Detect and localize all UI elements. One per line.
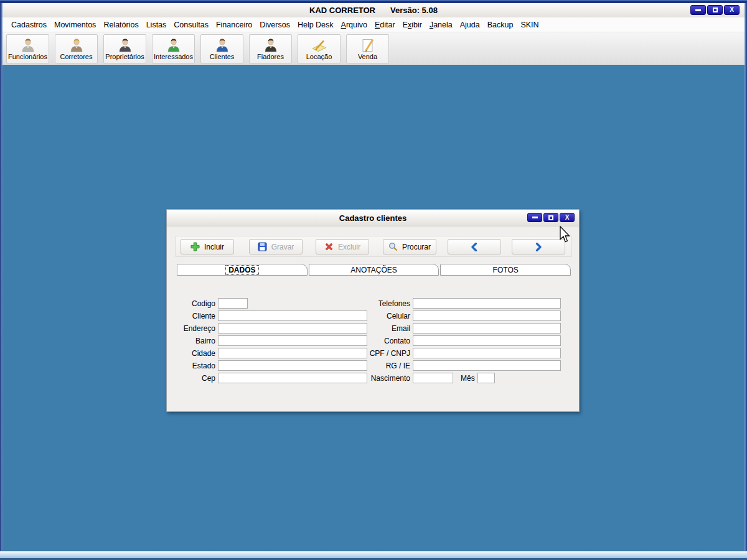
tab-dados[interactable]: DADOS (177, 264, 308, 276)
arrow-right-button[interactable] (512, 239, 565, 254)
menu-item-ajuda[interactable]: Ajuda (456, 19, 484, 31)
form-row-cep: Cep (173, 373, 367, 383)
dialog-titlebar[interactable]: Cadastro clientes X (167, 210, 579, 226)
window-maximize-button[interactable] (707, 5, 723, 15)
tab-strip: DADOSANOTAÇÕESFOTOS (177, 264, 571, 276)
form-row-endereço: Endereço (173, 323, 367, 334)
button-label: Excluir (338, 243, 360, 251)
window-frame-bottom (0, 551, 747, 560)
bairro-input[interactable] (218, 335, 367, 346)
app-version: Versão: 5.08 (390, 6, 438, 15)
celular-input[interactable] (413, 310, 561, 321)
incluir-button[interactable]: Incluir (181, 239, 234, 254)
minimize-icon (532, 217, 538, 218)
person-icon (68, 37, 85, 54)
field-label: Cep (173, 374, 215, 383)
tab-label: DADOS (226, 266, 258, 274)
person-icon (263, 37, 279, 54)
field-label: Estado (173, 362, 215, 370)
menu-item-janela[interactable]: Janela (426, 19, 456, 31)
procurar-button[interactable]: Procurar (383, 239, 436, 254)
toolbar-button-fiadores[interactable]: Fiadores (249, 34, 292, 63)
nascimento-input[interactable] (413, 373, 453, 383)
menu-item-editar[interactable]: Editar (371, 19, 399, 31)
field-label: Email (364, 324, 410, 333)
field-label: Celular (364, 312, 410, 320)
window-close-button[interactable]: X (724, 5, 740, 15)
form-row-cidade: Cidade (173, 348, 367, 358)
dialog-close-button[interactable]: X (560, 213, 575, 222)
telefones-input[interactable] (413, 298, 561, 309)
main-titlebar[interactable]: KAD CORRETOR Versão: 5.08 X (2, 3, 745, 17)
field-label: Contato (364, 337, 410, 345)
menu-item-skin[interactable]: SKIN (517, 19, 542, 31)
delete-x-icon (324, 242, 334, 251)
person-icon (117, 37, 133, 54)
field-label: Cliente (173, 312, 215, 320)
menu-item-help-desk[interactable]: Help Desk (294, 19, 337, 31)
toolbar-button-locação[interactable]: Locação (298, 34, 341, 63)
menu-item-backup[interactable]: Backup (484, 19, 517, 31)
form-row-telefones: Telefones (364, 298, 561, 309)
arrow-right-icon (534, 243, 543, 251)
contato-input[interactable] (413, 335, 561, 346)
field-label: Nascimento (364, 374, 410, 383)
menu-item-listas[interactable]: Listas (143, 19, 171, 31)
tab-anotações[interactable]: ANOTAÇÕES (309, 264, 439, 276)
gravar-button[interactable]: Gravar (249, 239, 303, 254)
mes-label: Mês (461, 374, 475, 383)
dialog-action-panel: Incluir Gravar Excluir Procurar (175, 236, 572, 257)
mes-input[interactable] (477, 373, 495, 383)
dialog-cadastro-clientes: Cadastro clientes X Incluir Gravar Exclu… (166, 209, 580, 412)
toolbar-button-clientes[interactable]: Clientes (200, 34, 243, 63)
form-row-codigo: Codigo (173, 298, 248, 309)
email-input[interactable] (413, 323, 561, 334)
arrow-left-button[interactable] (448, 239, 501, 254)
tab-fotos[interactable]: FOTOS (440, 264, 571, 276)
button-label: Gravar (271, 243, 294, 251)
form-row-rg-ie: RG / IE (364, 360, 561, 371)
menu-item-exibir[interactable]: Exibir (399, 19, 426, 31)
window-minimize-button[interactable] (690, 5, 706, 15)
toolbar-button-label: Venda (358, 54, 377, 60)
toolbar-button-label: Corretores (60, 54, 93, 60)
estado-input[interactable] (218, 360, 367, 371)
form-row-nascimento: NascimentoMês (364, 373, 495, 383)
menu-item-movimentos[interactable]: Movimentos (50, 19, 100, 31)
maximize-icon (548, 215, 553, 220)
pencil-paper-icon (311, 37, 327, 54)
menu-item-financeiro[interactable]: Financeiro (212, 19, 256, 31)
toolbar-button-venda[interactable]: Venda (346, 34, 389, 63)
arrow-left-icon (470, 243, 479, 251)
form-area: CodigoClienteEndereçoBairroCidadeEstadoC… (167, 276, 580, 413)
toolbar-button-funcionários[interactable]: Funcionários (6, 34, 49, 63)
menu-item-consultas[interactable]: Consultas (170, 19, 212, 31)
field-label: Codigo (173, 299, 215, 308)
dialog-minimize-button[interactable] (527, 213, 542, 222)
window-controls: X (690, 5, 740, 15)
endereço-input[interactable] (218, 323, 367, 334)
rg-ie-input[interactable] (413, 360, 561, 371)
field-label: Cidade (173, 349, 215, 358)
toolbar-button-label: Fiadores (257, 54, 284, 60)
tab-label: FOTOS (493, 266, 519, 274)
form-row-email: Email (364, 323, 561, 334)
field-label: Endereço (173, 324, 215, 333)
field-label: Bairro (173, 337, 215, 345)
menu-item-arquivo[interactable]: Arquivo (337, 19, 371, 31)
menu-item-diversos[interactable]: Diversos (256, 19, 294, 31)
toolbar-button-corretores[interactable]: Corretores (55, 34, 98, 63)
cep-input[interactable] (218, 373, 367, 383)
menu-item-cadastros[interactable]: Cadastros (7, 19, 50, 31)
cidade-input[interactable] (218, 348, 367, 358)
toolbar-button-interessados[interactable]: Interessados (152, 34, 195, 63)
menu-item-relatórios[interactable]: Relatórios (100, 19, 142, 31)
cliente-input[interactable] (218, 310, 367, 321)
cpf-cnpj-input[interactable] (413, 348, 561, 358)
dialog-maximize-button[interactable] (543, 213, 558, 222)
codigo-input[interactable] (218, 298, 248, 309)
plus-icon (190, 242, 200, 251)
toolbar-button-proprietários[interactable]: Proprietários (103, 34, 146, 63)
excluir-button[interactable]: Excluir (316, 239, 369, 254)
app-title: KAD CORRETOR (309, 6, 375, 15)
